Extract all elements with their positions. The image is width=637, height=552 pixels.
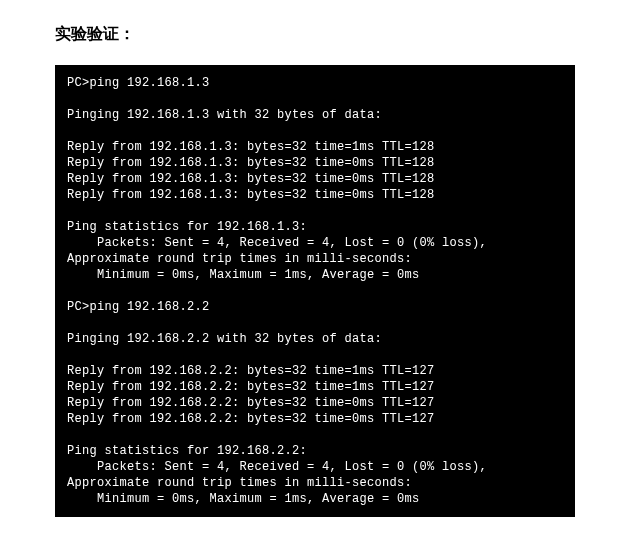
terminal-line: Minimum = 0ms, Maximum = 1ms, Average = … xyxy=(67,491,563,507)
terminal-line: Reply from 192.168.2.2: bytes=32 time=0m… xyxy=(67,411,563,427)
terminal-line: Pinging 192.168.2.2 with 32 bytes of dat… xyxy=(67,331,563,347)
terminal-line: Reply from 192.168.1.3: bytes=32 time=0m… xyxy=(67,171,563,187)
terminal-line: Packets: Sent = 4, Received = 4, Lost = … xyxy=(67,235,563,251)
terminal-line: Reply from 192.168.2.2: bytes=32 time=1m… xyxy=(67,363,563,379)
terminal-blank-line xyxy=(67,123,563,139)
terminal-line: Ping statistics for 192.168.2.2: xyxy=(67,443,563,459)
terminal-line: Reply from 192.168.1.3: bytes=32 time=0m… xyxy=(67,155,563,171)
terminal-line: Reply from 192.168.2.2: bytes=32 time=1m… xyxy=(67,379,563,395)
terminal-line: Reply from 192.168.2.2: bytes=32 time=0m… xyxy=(67,395,563,411)
terminal-blank-line xyxy=(67,315,563,331)
terminal-line: PC>ping 192.168.2.2 xyxy=(67,299,563,315)
terminal-line: Reply from 192.168.1.3: bytes=32 time=0m… xyxy=(67,187,563,203)
terminal-blank-line xyxy=(67,283,563,299)
terminal-line: Ping statistics for 192.168.1.3: xyxy=(67,219,563,235)
terminal-line: Approximate round trip times in milli-se… xyxy=(67,475,563,491)
terminal-line: Approximate round trip times in milli-se… xyxy=(67,251,563,267)
terminal-blank-line xyxy=(67,203,563,219)
terminal-blank-line xyxy=(67,91,563,107)
terminal-line: PC>ping 192.168.1.3 xyxy=(67,75,563,91)
terminal-blank-line xyxy=(67,347,563,363)
terminal-line: Packets: Sent = 4, Received = 4, Lost = … xyxy=(67,459,563,475)
section-heading: 实验验证： xyxy=(55,24,582,45)
terminal-line: Minimum = 0ms, Maximum = 1ms, Average = … xyxy=(67,267,563,283)
terminal-line: Reply from 192.168.1.3: bytes=32 time=1m… xyxy=(67,139,563,155)
terminal-line: Pinging 192.168.1.3 with 32 bytes of dat… xyxy=(67,107,563,123)
terminal-blank-line xyxy=(67,427,563,443)
terminal-output: PC>ping 192.168.1.3Pinging 192.168.1.3 w… xyxy=(55,65,575,517)
